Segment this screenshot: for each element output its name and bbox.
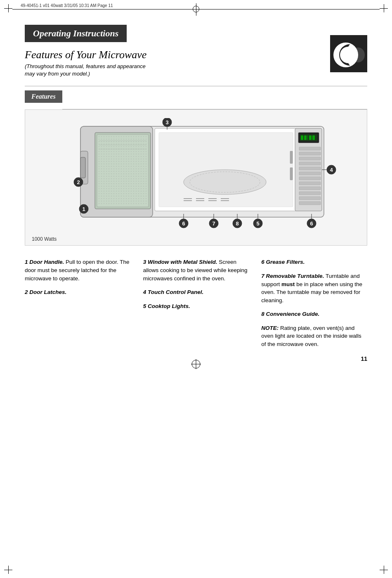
feature-column-1: 1 Door Handle. Pull to open the door. Th… — [25, 258, 131, 354]
feature-item-6: 6 Grease Filters. — [261, 258, 367, 266]
feature-num-6: 6 — [261, 259, 266, 265]
svg-rect-22 — [309, 135, 312, 140]
svg-text:2: 2 — [77, 179, 80, 185]
feature-item-2: 2 Door Latches. — [25, 288, 131, 296]
svg-rect-27 — [299, 162, 321, 165]
feature-name-4: Touch Control Panel. — [148, 289, 203, 295]
features-section-bar: Features — [25, 90, 62, 103]
feature-name-2: Door Latches. — [29, 289, 66, 295]
printer-mark-area: 49-40451-1 v01 40watt 3/31/05 10:31 AM P… — [0, 0, 392, 12]
feature-num-3: 3 — [143, 259, 148, 265]
svg-rect-25 — [299, 152, 321, 155]
feature-item-5: 5 Cooktop Lights. — [143, 302, 249, 310]
microwave-diagram: 1 2 3 4 6 7 — [25, 109, 367, 246]
feature-item-7: 7 Removable Turntable. Turntable and sup… — [261, 272, 367, 304]
bottom-reg-mark — [191, 359, 201, 370]
feature-note: NOTE: Rating plate, oven vent(s) and ove… — [261, 324, 367, 348]
feature-num-5: 5 — [143, 303, 148, 309]
feature-num-8: 8 — [261, 311, 266, 317]
reg-mark-bl — [4, 566, 12, 574]
operating-instructions-header: Operating Instructions — [25, 25, 127, 42]
feature-name-8: Convenience Guide. — [266, 311, 320, 317]
svg-rect-33 — [299, 192, 321, 195]
svg-text:7: 7 — [212, 220, 215, 227]
svg-rect-35 — [299, 201, 321, 205]
svg-rect-31 — [299, 182, 321, 185]
feature-num-7: 7 — [261, 273, 266, 279]
feature-num-1: 1 — [25, 259, 29, 265]
svg-text:8: 8 — [236, 220, 239, 227]
svg-rect-32 — [299, 187, 321, 190]
feature-item-4: 4 Touch Control Panel. — [143, 288, 249, 296]
svg-rect-6 — [80, 157, 85, 178]
printer-mark-text: 49-40451-1 v01 40watt 3/31/05 10:31 AM P… — [21, 3, 113, 8]
ce-logo-icon — [330, 35, 367, 72]
features-bar-label: Features — [31, 93, 56, 100]
features-descriptions: 1 Door Handle. Pull to open the door. Th… — [25, 258, 367, 354]
svg-text:3: 3 — [165, 119, 168, 126]
feature-num-2: 2 — [25, 289, 29, 295]
note-label: NOTE: — [261, 325, 279, 331]
svg-text:6: 6 — [310, 220, 313, 227]
svg-rect-29 — [299, 172, 321, 175]
svg-text:1: 1 — [82, 206, 85, 212]
svg-point-2 — [352, 47, 365, 62]
svg-rect-26 — [299, 157, 321, 160]
svg-text:6: 6 — [182, 220, 185, 227]
feature-item-8: 8 Convenience Guide. — [261, 310, 367, 318]
ce-logo-container — [330, 35, 367, 72]
section-subtitle: (Throughout this manual, features and ap… — [25, 63, 367, 78]
operating-instructions-title: Operating Instructions — [33, 28, 118, 38]
svg-rect-45 — [98, 135, 147, 206]
svg-point-14 — [184, 170, 266, 194]
page-number: 11 — [361, 355, 367, 362]
feature-name-7: Removable Turntable. — [266, 273, 324, 279]
feature-column-2: 3 Window with Metal Shield. Screen allow… — [143, 258, 249, 354]
feature-name-1: Door Handle. — [29, 259, 64, 265]
reg-mark-br — [380, 566, 388, 574]
svg-rect-21 — [307, 135, 308, 140]
feature-name-5: Cooktop Lights. — [148, 303, 190, 309]
svg-rect-34 — [299, 197, 321, 200]
watts-label: 1000 Watts — [32, 236, 57, 242]
svg-rect-19 — [301, 135, 303, 140]
svg-rect-23 — [312, 135, 315, 140]
feature-column-3: 6 Grease Filters. 7 Removable Turntable.… — [261, 258, 367, 354]
feature-name-6: Grease Filters. — [266, 259, 305, 265]
svg-rect-24 — [299, 147, 321, 150]
microwave-illustration: 1 2 3 4 6 7 — [56, 118, 336, 230]
feature-num-4: 4 — [143, 289, 148, 295]
svg-text:4: 4 — [330, 167, 333, 173]
feature-item-1: 1 Door Handle. Pull to open the door. Th… — [25, 258, 131, 282]
must-text: must — [281, 281, 295, 287]
section-title: Features of Your Microwave — [25, 49, 367, 61]
feature-item-3: 3 Window with Metal Shield. Screen allow… — [143, 258, 249, 282]
svg-rect-28 — [299, 167, 321, 170]
svg-rect-20 — [304, 135, 307, 140]
svg-rect-46 — [290, 151, 293, 163]
svg-rect-30 — [299, 177, 321, 180]
svg-rect-47 — [290, 168, 293, 180]
svg-text:5: 5 — [256, 220, 259, 227]
feature-name-3: Window with Metal Shield. — [148, 259, 217, 265]
